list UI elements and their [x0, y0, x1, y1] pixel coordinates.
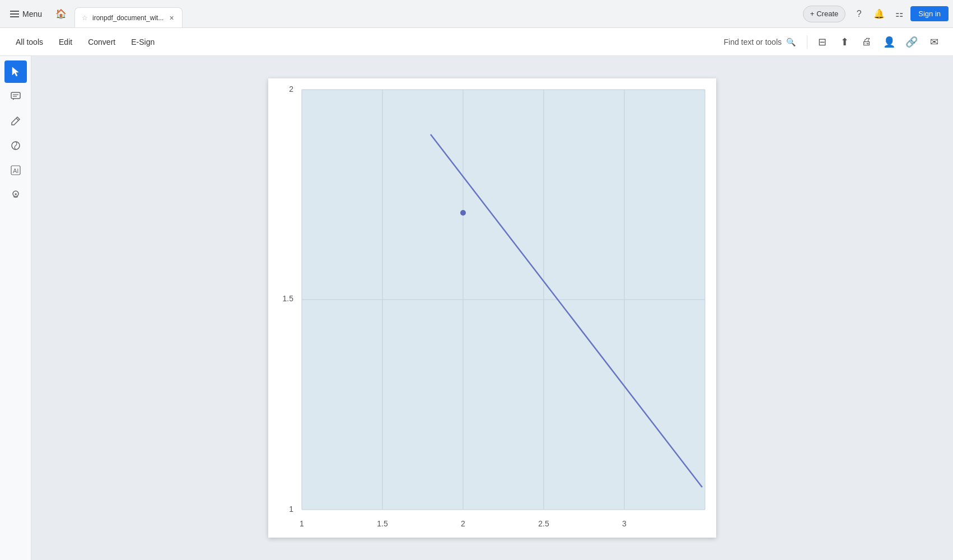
edit-button[interactable]: Edit — [52, 33, 79, 51]
text-icon: AI — [10, 165, 21, 176]
svg-text:2: 2 — [461, 519, 465, 528]
hamburger-icon — [10, 11, 19, 17]
chart-svg: 1.5 2 1 1 1.5 2 2.5 3 — [268, 78, 716, 538]
tab-title: ironpdf_document_wit... — [92, 14, 163, 22]
left-sidebar: AI ★ — [0, 56, 31, 560]
find-text-label: Find text or tools — [724, 38, 782, 46]
content-area: 1.5 2 1 1 1.5 2 2.5 3 — [31, 56, 953, 560]
upload-button[interactable]: ⬆ — [834, 32, 854, 52]
toolbar-action-icons: ⊟ ⬆ 🖨 👤 🔗 ✉ — [805, 32, 944, 52]
stamp-tool-button[interactable]: ★ — [4, 184, 27, 206]
tab-favicon: ☆ — [82, 14, 88, 22]
sign-in-button[interactable]: Sign in — [910, 6, 949, 21]
svg-text:1.5: 1.5 — [377, 519, 388, 528]
esign-button[interactable]: E-Sign — [124, 33, 161, 51]
pdf-page: 1.5 2 1 1 1.5 2 2.5 3 — [268, 78, 716, 538]
convert-button[interactable]: Convert — [81, 33, 122, 51]
active-tab[interactable]: ☆ ironpdf_document_wit... × — [74, 7, 183, 27]
apps-button[interactable]: ⚏ — [890, 5, 908, 23]
comment-icon — [10, 91, 21, 102]
pencil-icon — [10, 115, 21, 127]
draw-tool-button[interactable] — [4, 110, 27, 132]
svg-text:1: 1 — [300, 519, 304, 528]
text-tool-button[interactable]: AI — [4, 159, 27, 181]
svg-text:★: ★ — [14, 192, 17, 196]
svg-text:1.5: 1.5 — [283, 294, 294, 303]
svg-point-29 — [460, 210, 466, 216]
new-tab-plus-icon: + — [810, 10, 815, 18]
help-button[interactable]: ? — [850, 5, 868, 23]
notifications-button[interactable]: 🔔 — [870, 5, 888, 23]
menu-label: Menu — [22, 10, 42, 18]
tab-close-button[interactable]: × — [168, 12, 175, 24]
app-toolbar: All tools Edit Convert E-Sign Find text … — [0, 28, 953, 56]
toolbar-divider — [807, 35, 807, 49]
new-tab-label: Create — [816, 10, 838, 18]
search-icon: 🔍 — [786, 38, 796, 46]
home-button[interactable]: 🏠 — [52, 5, 70, 23]
view-mode-button[interactable]: ⊟ — [812, 32, 832, 52]
new-tab-button[interactable]: + Create — [803, 6, 846, 22]
svg-text:1: 1 — [289, 505, 293, 514]
main-layout: AI ★ — [0, 56, 953, 560]
tab-bar: ☆ ironpdf_document_wit... × — [74, 0, 794, 27]
select-tool-button[interactable] — [4, 60, 27, 83]
shape-tool-button[interactable] — [4, 134, 27, 157]
svg-text:3: 3 — [622, 519, 627, 528]
accessibility-button[interactable]: 👤 — [879, 32, 899, 52]
svg-text:2.5: 2.5 — [538, 519, 549, 528]
email-button[interactable]: ✉ — [924, 32, 944, 52]
browser-chrome: Menu 🏠 ☆ ironpdf_document_wit... × + Cre… — [0, 0, 953, 28]
app-toolbar-left: All tools Edit Convert E-Sign — [9, 33, 161, 51]
svg-text:2: 2 — [289, 85, 293, 94]
svg-text:AI: AI — [13, 167, 18, 174]
print-button[interactable]: 🖨 — [857, 32, 877, 52]
comment-tool-button[interactable] — [4, 85, 27, 108]
shape-icon — [10, 140, 21, 151]
svg-rect-0 — [11, 92, 20, 99]
cursor-icon — [10, 66, 21, 77]
menu-button[interactable]: Menu — [4, 6, 48, 22]
all-tools-button[interactable]: All tools — [9, 33, 50, 51]
browser-actions: ? 🔔 ⚏ Sign in — [850, 5, 949, 23]
link-button[interactable]: 🔗 — [901, 32, 922, 52]
toolbar-search[interactable]: Find text or tools 🔍 — [724, 38, 796, 46]
stamp-icon: ★ — [10, 189, 21, 200]
svg-line-3 — [16, 118, 18, 120]
